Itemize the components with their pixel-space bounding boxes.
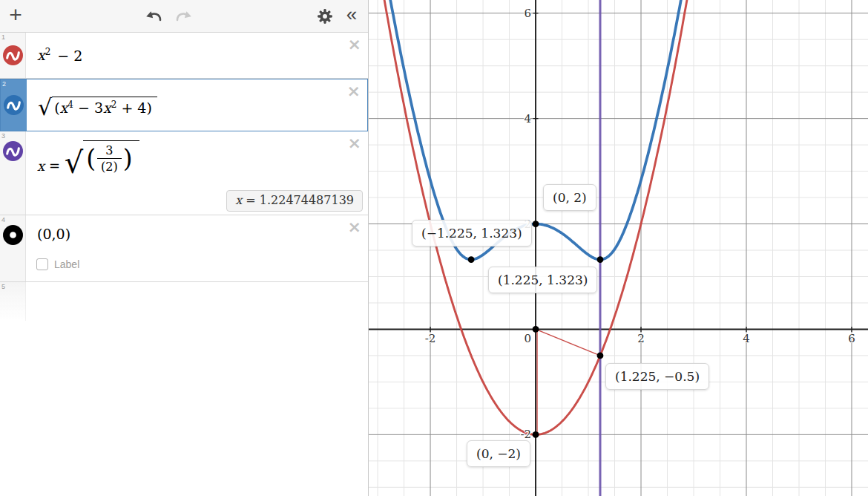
expression-gutter-4[interactable]: 4 — [0, 215, 26, 281]
graph-point[interactable] — [597, 353, 604, 359]
radical-symbol: √ — [38, 97, 52, 119]
expression-row-4[interactable]: 4 (0,0) Label × — [0, 215, 368, 282]
x-tick-label: 2 — [637, 332, 645, 345]
point-label: (0, −2) — [467, 440, 530, 467]
graph-plot[interactable] — [369, 0, 868, 496]
distance-segment-0 — [536, 329, 600, 355]
expression-input-4[interactable]: (0,0) Label × — [26, 215, 368, 281]
close-icon[interactable]: × — [348, 219, 361, 235]
expression-input-5[interactable] — [26, 282, 368, 321]
math-var: x — [37, 48, 45, 64]
point-label: (1.225, −0.5) — [605, 363, 709, 390]
collapse-panel-icon[interactable]: « — [340, 0, 364, 33]
row-number: 5 — [1, 283, 5, 290]
point-style-icon[interactable] — [3, 225, 23, 245]
expression-input-2[interactable]: √(x4 − 3x2 + 4) × — [27, 79, 367, 131]
expression-row-3[interactable]: 3 x = √(3(2)) x = 1.22474487139 × — [0, 131, 368, 215]
point-label: (−1.225, 1.323) — [412, 220, 532, 247]
expression-gutter-3[interactable]: 3 — [0, 131, 26, 215]
graph-point[interactable] — [468, 256, 475, 263]
expression-gutter-1[interactable]: 1 — [0, 33, 26, 78]
panel-divider[interactable] — [368, 0, 369, 496]
row-number: 1 — [1, 33, 5, 41]
x-tick-label: -2 — [425, 332, 436, 345]
graph-canvas[interactable]: -20246642-2(0, 2)(−1.225, 1.323)(1.225, … — [369, 0, 868, 496]
expression-panel: + — [0, 0, 369, 496]
label-option: Label — [36, 258, 79, 270]
undo-icon[interactable] — [142, 0, 166, 33]
row-number: 3 — [1, 132, 5, 140]
expression-input-1[interactable]: x2− 2 × — [26, 33, 368, 78]
expression-row-5-empty[interactable]: 5 — [0, 282, 368, 321]
x-tick-label: 6 — [848, 332, 855, 345]
x-tick-label-0: 0 — [524, 332, 531, 345]
expression-gutter-5[interactable]: 5 — [0, 282, 26, 321]
row-number: 2 — [2, 80, 6, 88]
curve-style-icon-purple[interactable] — [3, 141, 23, 161]
graph-point[interactable] — [597, 256, 604, 263]
label-checkbox-text: Label — [54, 258, 79, 270]
row-number: 4 — [1, 216, 5, 223]
close-icon[interactable]: × — [348, 36, 361, 53]
expression-row-2[interactable]: 2 √(x4 − 3x2 + 4) × — [0, 79, 368, 131]
expression-list: 1 x2− 2 × 2 — [0, 33, 368, 321]
point-label: (0, 2) — [543, 184, 596, 211]
graph-point[interactable] — [533, 431, 539, 438]
graphing-calculator-app: + — [0, 0, 868, 496]
x-tick-label: 4 — [743, 332, 750, 345]
curve-style-icon-blue[interactable] — [4, 95, 24, 115]
close-icon[interactable]: × — [347, 83, 361, 99]
graph-point[interactable] — [533, 221, 539, 227]
expression-gutter-2[interactable]: 2 — [1, 79, 27, 131]
y-tick-label: 4 — [524, 112, 531, 125]
y-tick-label: 6 — [524, 7, 531, 20]
point-expression: (0,0) — [37, 226, 70, 242]
toolbar: + — [0, 0, 369, 33]
curve-style-icon-red[interactable] — [3, 45, 23, 65]
expression-row-1[interactable]: 1 x2− 2 × — [0, 33, 368, 79]
settings-gear-icon[interactable] — [313, 0, 337, 33]
evaluation-result: x = 1.22474487139 — [226, 190, 363, 212]
math-exponent: 2 — [45, 47, 51, 57]
y-tick-label: -2 — [520, 428, 531, 441]
point-label: (1.225, 1.323) — [488, 267, 597, 293]
redo-icon[interactable] — [171, 0, 194, 33]
label-checkbox[interactable] — [36, 258, 48, 270]
graph-point[interactable] — [533, 326, 539, 333]
close-icon[interactable]: × — [348, 135, 361, 151]
expression-input-3[interactable]: x = √(3(2)) x = 1.22474487139 × — [26, 131, 368, 215]
add-expression-button[interactable]: + — [4, 0, 27, 33]
math-rest: − 2 — [57, 48, 82, 64]
